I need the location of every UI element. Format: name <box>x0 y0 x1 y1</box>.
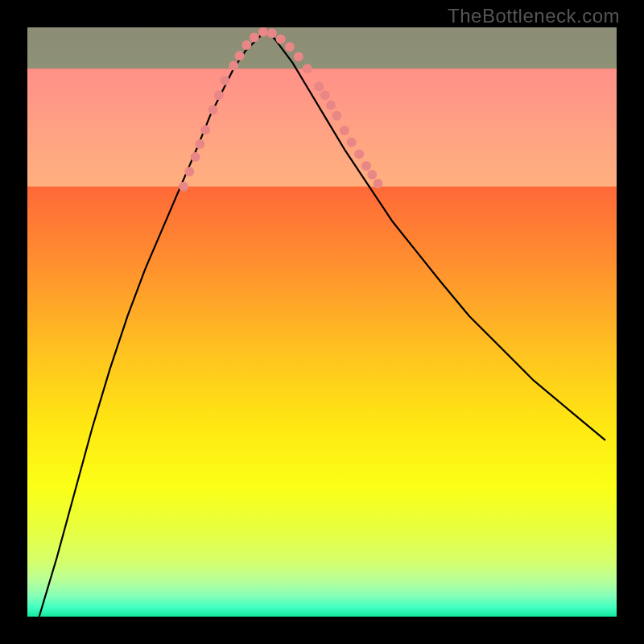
marker-dot <box>320 90 330 100</box>
marker-dot <box>220 76 229 85</box>
marker-dot <box>179 182 188 192</box>
marker-dot <box>235 51 245 60</box>
marker-dot <box>303 64 312 73</box>
marker-dot <box>332 111 341 121</box>
plot-area <box>27 27 617 617</box>
green-band <box>27 27 617 68</box>
marker-dot <box>250 32 259 42</box>
marker-dot <box>191 152 200 162</box>
marker-dot <box>354 149 364 159</box>
marker-dot <box>367 170 377 180</box>
marker-dot <box>184 167 194 176</box>
marker-dot <box>276 35 286 44</box>
marker-dot <box>200 125 210 134</box>
marker-dot <box>326 101 336 110</box>
marker-dot <box>285 42 295 52</box>
marker-dot <box>314 81 324 91</box>
chart-frame: TheBottleneck.com <box>0 0 644 644</box>
marker-dot <box>267 28 277 38</box>
marker-dot <box>242 40 251 50</box>
marker-dot <box>340 126 349 135</box>
watermark-text: TheBottleneck.com <box>448 5 620 27</box>
marker-dot <box>214 90 224 100</box>
marker-dot <box>258 27 268 37</box>
marker-dot <box>361 161 371 171</box>
marker-dot <box>195 139 204 149</box>
marker-dot <box>374 179 383 188</box>
marker-dot <box>208 105 218 114</box>
marker-dot <box>229 61 238 71</box>
chart-svg <box>27 27 617 617</box>
marker-dot <box>347 138 357 147</box>
marker-dot <box>294 52 303 62</box>
